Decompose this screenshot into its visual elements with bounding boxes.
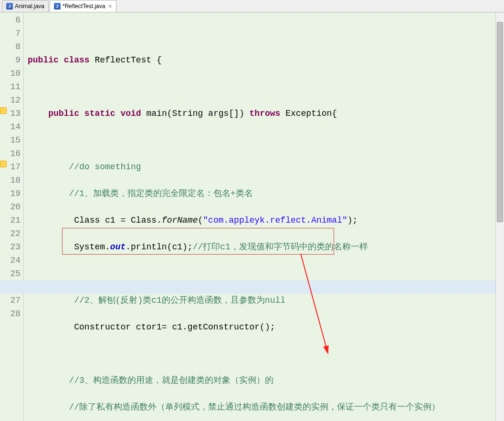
code-line bbox=[28, 347, 504, 360]
java-file-icon: J bbox=[54, 3, 61, 10]
warning-marker-icon[interactable] bbox=[0, 161, 7, 167]
code-line: public static void main(String args[]) t… bbox=[28, 107, 504, 120]
vertical-scrollbar[interactable] bbox=[495, 12, 504, 421]
warning-marker-icon[interactable] bbox=[0, 107, 7, 114]
code-line bbox=[28, 80, 504, 93]
code-area[interactable]: public class ReflectTest { public static… bbox=[24, 12, 504, 421]
java-file-icon: J bbox=[6, 3, 13, 10]
tab-label: *ReflectTest.java bbox=[63, 3, 105, 10]
code-line bbox=[28, 133, 504, 147]
tab-animal[interactable]: J Animal.java bbox=[2, 0, 49, 12]
tab-reflecttest[interactable]: J *ReflectTest.java ✕ bbox=[50, 0, 116, 12]
editor-tabs: J Animal.java J *ReflectTest.java ✕ bbox=[0, 0, 504, 12]
code-line: //2、解刨(反射)类c1的公开构造函数，且参数为null bbox=[28, 294, 504, 307]
code-line: //3、构造函数的用途，就是创建类的对象（实例）的 bbox=[28, 374, 504, 387]
code-line: Class c1 = Class.forName("com.appleyk.re… bbox=[28, 214, 504, 227]
code-line: //1、加载类，指定类的完全限定名：包名+类名 bbox=[28, 187, 504, 200]
code-line: System.out.println(c1);//打印c1，发现值和字节码中的类… bbox=[28, 240, 504, 254]
code-line: Constructor ctor1= c1.getConstructor(); bbox=[28, 320, 504, 334]
scrollbar-thumb[interactable] bbox=[497, 22, 503, 222]
code-line: //除了私有构造函数外（单列模式，禁止通过构造函数创建类的实例，保证一个类只有一… bbox=[28, 400, 504, 414]
code-line: public class ReflectTest { bbox=[28, 53, 504, 67]
close-icon[interactable]: ✕ bbox=[108, 3, 112, 10]
code-line bbox=[28, 267, 504, 280]
code-line bbox=[28, 27, 504, 40]
tab-label: Animal.java bbox=[15, 3, 44, 10]
line-number-gutter: 6 7 8 9 10 11 12 13 14 15 16 17 18 19 20… bbox=[0, 12, 24, 421]
code-line: //do something bbox=[28, 160, 504, 174]
code-editor[interactable]: 6 7 8 9 10 11 12 13 14 15 16 17 18 19 20… bbox=[0, 12, 504, 421]
